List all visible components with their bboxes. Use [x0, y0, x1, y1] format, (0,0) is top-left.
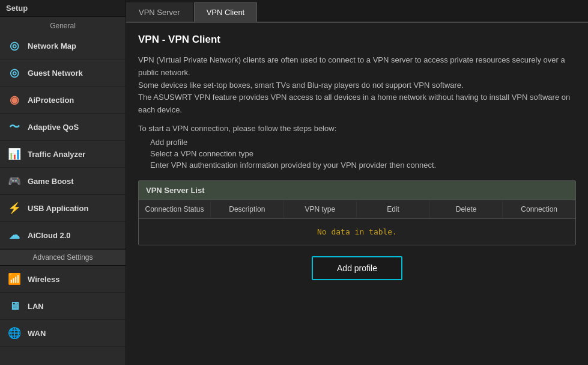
sidebar-item-wireless[interactable]: 📶 Wireless: [0, 266, 126, 293]
sidebar-item-usb-application[interactable]: ⚡ USB Application: [0, 195, 126, 222]
description-block: VPN (Virtual Private Network) clients ar…: [138, 54, 576, 117]
col-edit: Edit: [357, 200, 430, 218]
col-connection: Connection: [503, 200, 575, 218]
gamepad-icon: 🎮: [7, 174, 22, 188]
step-2: Select a VPN connection type: [150, 149, 576, 158]
sidebar-setup-label: Setup: [0, 0, 126, 17]
tab-bar: VPN Server VPN Client: [126, 0, 588, 23]
sidebar-item-aiprotection[interactable]: ◉ AiProtection: [0, 87, 126, 114]
sidebar-item-wan[interactable]: 🌐 WAN: [0, 320, 126, 347]
sidebar-item-label: Traffic Analyzer: [28, 150, 85, 159]
add-profile-wrapper: Add profile: [138, 256, 576, 280]
sidebar-item-label: Adaptive QoS: [28, 123, 79, 132]
wave-icon: 〜: [7, 120, 22, 134]
sidebar-advanced-label: Advanced Settings: [0, 249, 126, 266]
no-data-message: No data in table.: [139, 219, 575, 245]
shield-icon: ◉: [7, 93, 22, 107]
add-profile-button[interactable]: Add profile: [312, 256, 402, 280]
sidebar-item-label: Network Map: [28, 41, 76, 51]
lan-icon: 🖥: [7, 299, 22, 313]
sidebar-item-aicloud[interactable]: ☁ AiCloud 2.0: [0, 222, 126, 249]
steps-list: Add profile Select a VPN connection type…: [138, 138, 576, 170]
sidebar-item-label: Guest Network: [28, 69, 83, 78]
col-delete: Delete: [430, 200, 503, 218]
sidebar-item-label: Wireless: [28, 275, 59, 284]
sidebar-item-label: Game Boost: [28, 177, 74, 186]
wan-icon: 🌐: [7, 326, 22, 340]
col-connection-status: Connection Status: [139, 200, 211, 218]
globe-icon-2: ◎: [7, 66, 22, 80]
tab-vpn-client[interactable]: VPN Client: [194, 2, 258, 23]
cloud-icon: ☁: [7, 228, 22, 242]
sidebar-item-label: WAN: [28, 329, 46, 338]
vpn-table-columns: Connection Status Description VPN type E…: [139, 200, 575, 219]
page-title: VPN - VPN Client: [138, 34, 576, 46]
sidebar-item-game-boost[interactable]: 🎮 Game Boost: [0, 168, 126, 195]
sidebar-item-label: AiCloud 2.0: [28, 231, 71, 240]
desc-line3: The ASUSWRT VPN feature provides VPN acc…: [138, 93, 570, 114]
sidebar-item-guest-network[interactable]: ◎ Guest Network: [0, 60, 126, 87]
sidebar-item-label: AiProtection: [28, 96, 74, 105]
step-1: Add profile: [150, 138, 576, 147]
col-description: Description: [211, 200, 284, 218]
chart-icon: 📊: [7, 147, 22, 161]
content-area: VPN - VPN Client VPN (Virtual Private Ne…: [126, 23, 588, 365]
desc-line1: VPN (Virtual Private Network) clients ar…: [138, 55, 565, 77]
sidebar-item-adaptive-qos[interactable]: 〜 Adaptive QoS: [0, 114, 126, 141]
vpn-server-list: VPN Server List Connection Status Descri…: [138, 180, 576, 245]
col-vpn-type: VPN type: [284, 200, 357, 218]
steps-intro: To start a VPN connection, please follow…: [138, 124, 576, 133]
main-panel: VPN Server VPN Client VPN - VPN Client V…: [126, 0, 588, 365]
sidebar-general-label: General: [0, 17, 126, 32]
sidebar-item-label: LAN: [28, 302, 44, 311]
globe-icon: ◎: [7, 38, 22, 53]
sidebar-item-label: USB Application: [28, 204, 88, 213]
vpn-table-title: VPN Server List: [139, 181, 575, 200]
wifi-icon: 📶: [7, 272, 22, 286]
step-3: Enter VPN authentication information pro…: [150, 161, 576, 170]
sidebar-item-lan[interactable]: 🖥 LAN: [0, 293, 126, 320]
sidebar: Setup General ◎ Network Map ◎ Guest Netw…: [0, 0, 126, 365]
desc-line2: Some devices like set-top boxes, smart T…: [138, 81, 464, 90]
tab-vpn-server[interactable]: VPN Server: [126, 2, 193, 22]
sidebar-item-network-map[interactable]: ◎ Network Map: [0, 32, 126, 60]
usb-icon: ⚡: [7, 201, 22, 215]
sidebar-item-traffic-analyzer[interactable]: 📊 Traffic Analyzer: [0, 141, 126, 168]
